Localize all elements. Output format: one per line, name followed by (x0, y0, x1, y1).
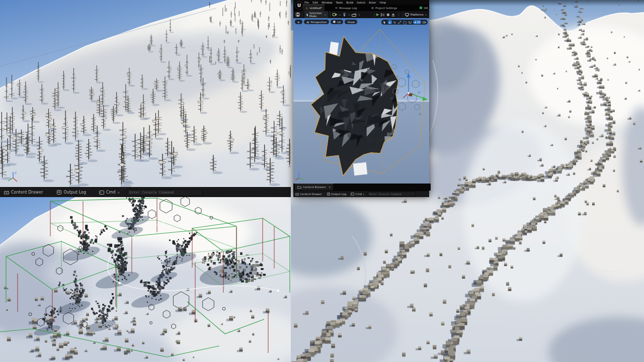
tab-project-settings-label: Project Settings (375, 7, 397, 10)
tab-sm-label: SM_ (424, 7, 429, 10)
tab-untitled[interactable]: ⚠ Untitled* (303, 5, 325, 11)
play-button[interactable]: ▶ (376, 13, 379, 17)
content-browser-bar: Content Browser ✕ (293, 184, 431, 191)
blueprints-icon[interactable] (343, 13, 346, 17)
platforms-dropdown[interactable]: Platforms ∨ (405, 13, 427, 17)
tab-project-settings[interactable]: ⚙ Project Settings (369, 5, 400, 11)
perspective-icon (306, 21, 309, 24)
grid-snap-toggle[interactable]: 10 (413, 20, 421, 24)
main-toolbar: Selection Mode ∨ ∨ ∨ ∨ ▶ ■ ⋮ (293, 11, 429, 18)
more-options-icon[interactable]: ⋮ (397, 13, 400, 17)
show-label: Show (347, 21, 355, 24)
gear-icon: ⚙ (371, 6, 374, 10)
tab-untitled-label: Untitled* (309, 7, 322, 10)
stop-button[interactable]: ■ (386, 13, 389, 16)
console-command-input[interactable] (367, 192, 416, 197)
perspective-dropdown[interactable]: Perspective (304, 20, 330, 24)
tab-message-log-label: Message Log (339, 7, 357, 10)
world-space-icon[interactable]: ◯ (403, 20, 407, 24)
left-bottom-toolbar: Content Drawer Output Log Cmd ∨ (0, 187, 291, 197)
viewport-options-button[interactable]: ≡ (295, 20, 302, 24)
output-log-button[interactable]: Output Log (57, 190, 86, 195)
close-icon[interactable]: ✕ (329, 186, 331, 189)
output-log-label: Output Log (63, 190, 86, 195)
chevron-down-icon: ∨ (118, 191, 120, 194)
cmd-button[interactable]: Cmd ∨ (351, 193, 364, 196)
tab-message-log[interactable]: ✉ Message Log (333, 5, 360, 11)
editor-bottom-toolbar: Content Drawer Output Log Cmd ∨ (293, 191, 429, 197)
chevron-down-icon: ∨ (425, 14, 427, 16)
content-drawer-label: Content Drawer (300, 193, 322, 196)
selection-mode-dropdown[interactable]: Selection Mode ∨ (304, 11, 329, 19)
menu-item-select[interactable]: Select (357, 1, 365, 4)
warning-icon: ⚠ (305, 6, 308, 10)
menu-item-file[interactable]: File (304, 1, 309, 4)
content-browser-tab[interactable]: Content Browser ✕ (295, 184, 333, 191)
menu-item-edit[interactable]: Edit (312, 1, 318, 4)
envelope-icon: ✉ (335, 6, 338, 10)
menu-item-help[interactable]: Help (379, 1, 386, 4)
scale-tool-icon[interactable] (398, 20, 402, 24)
asset-tab-bar: ⚠ Untitled* ✉ Message Log ⚙ Project Sett… (293, 5, 429, 11)
cmd-label: Cmd (106, 190, 115, 195)
content-drawer-icon (295, 193, 299, 196)
output-log-label: Output Log (331, 193, 347, 196)
save-icon[interactable] (296, 13, 300, 17)
menu-item-window[interactable]: Window (321, 1, 333, 4)
viewport-toolbar: ≡ Perspective Lit Show + (295, 20, 428, 25)
chevron-down-icon: ∨ (325, 14, 326, 16)
chevron-down-icon: ∨ (348, 14, 350, 16)
menu-item-tools[interactable]: Tools (336, 1, 343, 4)
output-log-icon (57, 190, 61, 195)
content-drawer-button[interactable]: Content Drawer (4, 190, 43, 195)
hamburger-icon: ≡ (297, 21, 300, 24)
chevron-down-icon: ∨ (363, 193, 364, 196)
selection-mode-label: Selection Mode (309, 12, 323, 18)
content-drawer-label: Content Drawer (11, 190, 43, 195)
composite-screenshot: Z Content Drawer Output Log Cmd ∨ (0, 0, 644, 362)
viewport-top-left-towers[interactable]: Z (0, 0, 291, 187)
menu-item-actor[interactable]: Actor (369, 1, 376, 4)
cmd-label: Cmd (355, 193, 362, 196)
move-tool-icon[interactable]: + (388, 20, 392, 24)
content-drawer-button[interactable]: Content Drawer (295, 193, 322, 196)
tab-static-mesh-asset[interactable]: SM_ (417, 5, 429, 11)
viewport-bottom-left-voxels[interactable] (0, 197, 291, 362)
editor-viewport[interactable]: ≡ Perspective Lit Show + (293, 18, 429, 184)
cmd-icon (351, 193, 354, 196)
camera-speed-icon[interactable] (422, 20, 426, 24)
rotate-tool-icon[interactable]: ↻ (393, 20, 397, 24)
surface-snap-icon[interactable] (408, 20, 412, 24)
perspective-label: Perspective (311, 21, 327, 24)
static-mesh-icon (420, 7, 422, 9)
console-command-input[interactable] (127, 189, 202, 196)
unreal-editor-window: U File Edit Window Tools Build Select Ac… (293, 0, 429, 197)
grid-snap-value: 10 (417, 21, 420, 24)
platforms-label: Platforms (411, 13, 424, 16)
menu-item-build[interactable]: Build (346, 1, 353, 4)
menu-bar: File Edit Window Tools Build Select Acto… (293, 0, 429, 5)
add-actor-icon[interactable] (333, 13, 337, 17)
cinematics-icon[interactable] (352, 13, 356, 17)
select-tool-icon[interactable] (383, 20, 387, 24)
output-log-icon (327, 193, 330, 196)
eject-button[interactable] (391, 13, 395, 17)
cmd-icon (99, 191, 104, 195)
grid-icon (414, 21, 417, 24)
transform-tools: + ↻ ◯ 10 (381, 20, 428, 25)
platforms-icon (405, 13, 409, 17)
cmd-button[interactable]: Cmd ∨ (99, 190, 120, 195)
lit-label: Lit (337, 21, 341, 24)
chevron-down-icon: ∨ (339, 14, 341, 16)
output-log-button[interactable]: Output Log (327, 193, 347, 196)
unreal-logo: U (295, 1, 303, 10)
lit-sphere-icon (333, 21, 336, 23)
skip-frame-button[interactable] (381, 13, 384, 17)
content-browser-label: Content Browser (303, 186, 326, 189)
axis-z-label: Z (15, 171, 17, 174)
white-slab (353, 162, 367, 176)
lit-mode-dropdown[interactable]: Lit (331, 20, 343, 24)
chevron-down-icon: ∨ (358, 14, 360, 16)
show-dropdown[interactable]: Show (345, 20, 357, 24)
folder-icon (297, 186, 301, 189)
